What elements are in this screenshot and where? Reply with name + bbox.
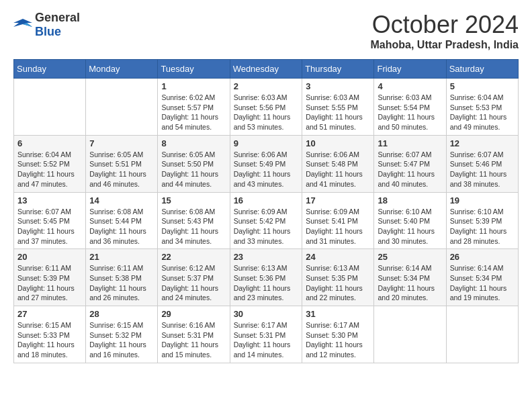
day-info: Sunrise: 6:09 AMSunset: 5:41 PMDaylight:… [306, 207, 370, 246]
location-title: Mahoba, Uttar Pradesh, India [371, 39, 519, 51]
day-info: Sunrise: 6:11 AMSunset: 5:39 PMDaylight:… [17, 263, 82, 303]
day-info: Sunrise: 6:15 AMSunset: 5:32 PMDaylight:… [89, 320, 154, 360]
title-area: October 2024 Mahoba, Uttar Pradesh, Indi… [371, 11, 519, 51]
calendar-cell [374, 306, 446, 363]
day-number: 12 [450, 138, 515, 148]
day-number: 20 [17, 252, 82, 262]
day-info: Sunrise: 6:03 AMSunset: 5:55 PMDaylight:… [306, 93, 370, 132]
day-number: 15 [161, 195, 226, 205]
calendar-cell: 27Sunrise: 6:15 AMSunset: 5:33 PMDayligh… [14, 306, 86, 363]
day-number: 3 [306, 81, 370, 91]
week-row-5: 27Sunrise: 6:15 AMSunset: 5:33 PMDayligh… [14, 306, 519, 363]
day-number: 18 [378, 195, 442, 205]
logo-blue: Blue [35, 25, 61, 38]
day-info: Sunrise: 6:05 AMSunset: 5:51 PMDaylight:… [89, 150, 154, 189]
day-info: Sunrise: 6:06 AMSunset: 5:49 PMDaylight:… [234, 150, 299, 189]
day-info: Sunrise: 6:13 AMSunset: 5:36 PMDaylight:… [234, 263, 299, 303]
calendar-cell: 1Sunrise: 6:02 AMSunset: 5:57 PMDaylight… [158, 79, 230, 136]
calendar-cell: 3Sunrise: 6:03 AMSunset: 5:55 PMDaylight… [302, 79, 374, 136]
month-title: October 2024 [371, 11, 519, 39]
day-info: Sunrise: 6:14 AMSunset: 5:34 PMDaylight:… [378, 263, 442, 303]
day-number: 10 [306, 138, 370, 148]
weekday-header-friday: Friday [374, 60, 446, 79]
day-number: 24 [306, 252, 370, 262]
day-info: Sunrise: 6:15 AMSunset: 5:33 PMDaylight:… [17, 320, 82, 360]
calendar-cell: 4Sunrise: 6:03 AMSunset: 5:54 PMDaylight… [374, 79, 446, 136]
day-number: 13 [17, 195, 82, 205]
week-row-2: 6Sunrise: 6:04 AMSunset: 5:52 PMDaylight… [14, 135, 519, 192]
calendar-cell: 23Sunrise: 6:13 AMSunset: 5:36 PMDayligh… [230, 249, 302, 306]
calendar-cell: 17Sunrise: 6:09 AMSunset: 5:41 PMDayligh… [302, 192, 374, 249]
calendar-cell: 7Sunrise: 6:05 AMSunset: 5:51 PMDaylight… [86, 135, 158, 192]
header: General Blue October 2024 Mahoba, Uttar … [13, 11, 519, 51]
weekday-header-sunday: Sunday [14, 60, 86, 79]
day-info: Sunrise: 6:14 AMSunset: 5:34 PMDaylight:… [450, 263, 515, 303]
day-info: Sunrise: 6:17 AMSunset: 5:31 PMDaylight:… [234, 320, 299, 360]
day-info: Sunrise: 6:07 AMSunset: 5:46 PMDaylight:… [450, 150, 515, 189]
day-info: Sunrise: 6:03 AMSunset: 5:56 PMDaylight:… [234, 93, 299, 132]
weekday-header-wednesday: Wednesday [230, 60, 302, 79]
logo-bird-icon [13, 17, 32, 32]
calendar-cell: 8Sunrise: 6:05 AMSunset: 5:50 PMDaylight… [158, 135, 230, 192]
calendar-cell: 18Sunrise: 6:10 AMSunset: 5:40 PMDayligh… [374, 192, 446, 249]
day-number: 7 [89, 138, 154, 148]
day-info: Sunrise: 6:08 AMSunset: 5:43 PMDaylight:… [161, 207, 226, 246]
calendar-cell: 31Sunrise: 6:17 AMSunset: 5:30 PMDayligh… [302, 306, 374, 363]
day-number: 2 [234, 81, 299, 91]
day-number: 16 [234, 195, 299, 205]
day-info: Sunrise: 6:06 AMSunset: 5:48 PMDaylight:… [306, 150, 370, 189]
calendar-cell: 5Sunrise: 6:04 AMSunset: 5:53 PMDaylight… [446, 79, 518, 136]
day-info: Sunrise: 6:09 AMSunset: 5:42 PMDaylight:… [234, 207, 299, 246]
day-info: Sunrise: 6:07 AMSunset: 5:47 PMDaylight:… [378, 150, 442, 189]
weekday-header-monday: Monday [86, 60, 158, 79]
day-number: 30 [234, 309, 299, 319]
day-number: 9 [234, 138, 299, 148]
calendar-cell: 11Sunrise: 6:07 AMSunset: 5:47 PMDayligh… [374, 135, 446, 192]
weekday-header-tuesday: Tuesday [158, 60, 230, 79]
calendar-cell: 25Sunrise: 6:14 AMSunset: 5:34 PMDayligh… [374, 249, 446, 306]
day-info: Sunrise: 6:10 AMSunset: 5:39 PMDaylight:… [450, 207, 515, 246]
calendar-cell: 28Sunrise: 6:15 AMSunset: 5:32 PMDayligh… [86, 306, 158, 363]
week-row-3: 13Sunrise: 6:07 AMSunset: 5:45 PMDayligh… [14, 192, 519, 249]
calendar-cell: 10Sunrise: 6:06 AMSunset: 5:48 PMDayligh… [302, 135, 374, 192]
day-number: 4 [378, 81, 442, 91]
calendar-cell: 6Sunrise: 6:04 AMSunset: 5:52 PMDaylight… [14, 135, 86, 192]
calendar-cell: 29Sunrise: 6:16 AMSunset: 5:31 PMDayligh… [158, 306, 230, 363]
logo: General Blue [13, 11, 80, 39]
day-number: 19 [450, 195, 515, 205]
day-number: 27 [17, 309, 82, 319]
day-number: 28 [89, 309, 154, 319]
weekday-header-saturday: Saturday [446, 60, 518, 79]
day-info: Sunrise: 6:05 AMSunset: 5:50 PMDaylight:… [161, 150, 226, 189]
calendar-cell: 22Sunrise: 6:12 AMSunset: 5:37 PMDayligh… [158, 249, 230, 306]
day-info: Sunrise: 6:10 AMSunset: 5:40 PMDaylight:… [378, 207, 442, 246]
day-info: Sunrise: 6:13 AMSunset: 5:35 PMDaylight:… [306, 263, 370, 303]
day-number: 14 [89, 195, 154, 205]
day-number: 22 [161, 252, 226, 262]
calendar-cell: 16Sunrise: 6:09 AMSunset: 5:42 PMDayligh… [230, 192, 302, 249]
calendar-cell [14, 79, 86, 136]
day-number: 31 [306, 309, 370, 319]
calendar-cell: 12Sunrise: 6:07 AMSunset: 5:46 PMDayligh… [446, 135, 518, 192]
day-info: Sunrise: 6:17 AMSunset: 5:30 PMDaylight:… [306, 320, 370, 360]
calendar-cell [446, 306, 518, 363]
day-info: Sunrise: 6:12 AMSunset: 5:37 PMDaylight:… [161, 263, 226, 303]
week-row-1: 1Sunrise: 6:02 AMSunset: 5:57 PMDaylight… [14, 79, 519, 136]
day-number: 6 [17, 138, 82, 148]
day-number: 17 [306, 195, 370, 205]
calendar-cell: 9Sunrise: 6:06 AMSunset: 5:49 PMDaylight… [230, 135, 302, 192]
calendar-cell [86, 79, 158, 136]
day-number: 11 [378, 138, 442, 148]
week-row-4: 20Sunrise: 6:11 AMSunset: 5:39 PMDayligh… [14, 249, 519, 306]
calendar-cell: 15Sunrise: 6:08 AMSunset: 5:43 PMDayligh… [158, 192, 230, 249]
day-number: 5 [450, 81, 515, 91]
calendar-cell: 20Sunrise: 6:11 AMSunset: 5:39 PMDayligh… [14, 249, 86, 306]
day-number: 8 [161, 138, 226, 148]
calendar-cell: 26Sunrise: 6:14 AMSunset: 5:34 PMDayligh… [446, 249, 518, 306]
calendar-cell: 13Sunrise: 6:07 AMSunset: 5:45 PMDayligh… [14, 192, 86, 249]
calendar-cell: 2Sunrise: 6:03 AMSunset: 5:56 PMDaylight… [230, 79, 302, 136]
weekday-header-row: SundayMondayTuesdayWednesdayThursdayFrid… [14, 60, 519, 79]
day-info: Sunrise: 6:07 AMSunset: 5:45 PMDaylight:… [17, 207, 82, 246]
day-number: 26 [450, 252, 515, 262]
weekday-header-thursday: Thursday [302, 60, 374, 79]
